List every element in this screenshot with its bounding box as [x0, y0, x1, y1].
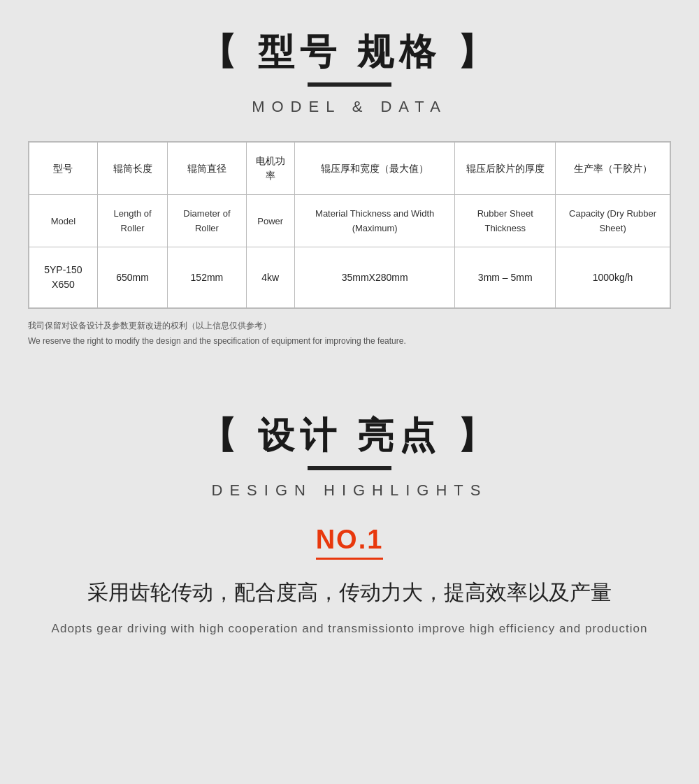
cell-rubber-sheet: 3mm – 5mm	[455, 247, 556, 308]
spec-table-wrapper: 型号 辊筒长度 辊筒直径 电机功率 辊压厚和宽度（最大值）	[28, 141, 671, 309]
col-diameter-cn: 辊筒直径	[168, 143, 246, 195]
cell-capacity: 1000kg/h	[556, 247, 670, 308]
design-section: 【 设计 亮点 】 DESIGN HIGHLIGHTS NO.1 采用齿轮传动，…	[0, 370, 699, 674]
design-title-en: DESIGN HIGHLIGHTS	[21, 481, 678, 500]
design-title-underline	[308, 466, 391, 470]
note-en: We reserve the right to modify the desig…	[28, 334, 671, 349]
model-section: 【 型号 规格 】 MODEL & DATA 型号 辊筒长度 辊筒直径 电机功率	[0, 0, 699, 370]
note-cn: 我司保留对设备设计及参数更新改进的权利（以上信息仅供参考）	[28, 319, 671, 334]
col-model-en: Model	[29, 195, 98, 247]
col-length-cn: 辊筒长度	[97, 143, 167, 195]
no1-badge: NO.1	[316, 525, 384, 560]
spec-table: 型号 辊筒长度 辊筒直径 电机功率 辊压厚和宽度（最大值）	[29, 142, 670, 308]
cell-length: 650mm	[97, 247, 167, 308]
table-header-en-row: Model Length of Roller Diameter of Rolle…	[29, 195, 670, 247]
design-highlight-cn: 采用齿轮传动，配合度高，传动力大，提高效率以及产量	[21, 576, 678, 608]
col-rubber-sheet-cn: 辊压后胶片的厚度	[455, 143, 556, 195]
col-power-cn: 电机功率	[246, 143, 294, 195]
col-power-en: Power	[246, 195, 294, 247]
model-title-en: MODEL & DATA	[21, 98, 678, 116]
col-diameter-en: Diameter of Roller	[168, 195, 246, 247]
note-area: 我司保留对设备设计及参数更新改进的权利（以上信息仅供参考） We reserve…	[21, 319, 678, 349]
col-thickness-width-cn: 辊压厚和宽度（最大值）	[294, 143, 454, 195]
col-capacity-cn: 生产率（干胶片）	[556, 143, 670, 195]
design-title-cn: 【 设计 亮点 】	[21, 412, 678, 460]
cell-power: 4kw	[246, 247, 294, 308]
col-thickness-width-en: Material Thickness and Width (Maximum)	[294, 195, 454, 247]
title-underline	[308, 82, 391, 87]
col-rubber-sheet-en: Rubber Sheet Thickness	[455, 195, 556, 247]
model-title-cn: 【 型号 规格 】	[21, 28, 678, 77]
cell-thickness-width: 35mmX280mm	[294, 247, 454, 308]
col-capacity-en: Capacity (Dry Rubber Sheet)	[556, 195, 670, 247]
table-header-cn-row: 型号 辊筒长度 辊筒直径 电机功率 辊压厚和宽度（最大值）	[29, 143, 670, 195]
col-model-cn: 型号	[29, 143, 98, 195]
cell-model: 5YP-150 X650	[29, 247, 98, 308]
col-length-en: Length of Roller	[97, 195, 167, 247]
table-row: 5YP-150 X650 650mm 152mm 4kw 35mmX280mm …	[29, 247, 670, 308]
design-highlight-en: Adopts gear driving with high cooperatio…	[21, 619, 678, 639]
cell-diameter: 152mm	[168, 247, 246, 308]
